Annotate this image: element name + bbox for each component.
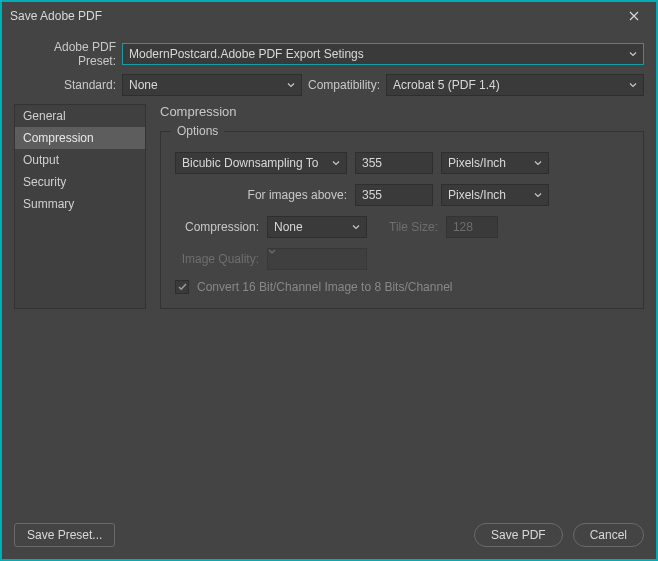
save-pdf-button[interactable]: Save PDF	[474, 523, 563, 547]
downsample-value: 355	[362, 156, 382, 170]
checkmark-icon	[178, 283, 187, 291]
convert-16bit-label: Convert 16 Bit/Channel Image to 8 Bits/C…	[197, 280, 452, 294]
chevron-down-icon	[352, 225, 360, 230]
preset-value: ModernPostcard.Adobe PDF Export Setings	[129, 47, 364, 61]
downsample-unit-value: Pixels/Inch	[448, 156, 506, 170]
above-value: 355	[362, 188, 382, 202]
options-legend: Options	[171, 124, 224, 138]
chevron-down-icon	[629, 52, 637, 57]
save-preset-button[interactable]: Save Preset...	[14, 523, 115, 547]
dialog-footer: Save Preset... Save PDF Cancel	[14, 523, 644, 547]
close-button[interactable]	[612, 2, 656, 30]
sidebar-item-label: Security	[23, 175, 66, 189]
sidebar: General Compression Output Security Summ…	[14, 104, 146, 309]
image-quality-select	[267, 248, 367, 270]
sidebar-item-label: Compression	[23, 131, 94, 145]
tile-size-value: 128	[453, 220, 473, 234]
save-pdf-label: Save PDF	[491, 528, 546, 542]
sidebar-item-label: General	[23, 109, 66, 123]
close-icon	[629, 11, 639, 21]
chevron-down-icon	[534, 161, 542, 166]
sidebar-item-compression[interactable]: Compression	[15, 127, 145, 149]
sidebar-item-label: Output	[23, 153, 59, 167]
compression-type-select[interactable]: None	[267, 216, 367, 238]
downsample-method-value: Bicubic Downsampling To	[182, 156, 319, 170]
dialog-window: Save Adobe PDF Adobe PDF Preset: ModernP…	[0, 0, 658, 561]
window-title: Save Adobe PDF	[2, 9, 612, 23]
content-panel: Compression Options Bicubic Downsampling…	[146, 104, 644, 309]
cancel-button[interactable]: Cancel	[573, 523, 644, 547]
save-preset-label: Save Preset...	[27, 528, 102, 542]
downsample-unit-select[interactable]: Pixels/Inch	[441, 152, 549, 174]
above-unit-value: Pixels/Inch	[448, 188, 506, 202]
downsample-method-select[interactable]: Bicubic Downsampling To	[175, 152, 347, 174]
standard-select[interactable]: None	[122, 74, 302, 96]
tile-size-label: Tile Size:	[375, 220, 438, 234]
compatibility-label: Compatibility:	[302, 78, 386, 92]
section-title: Compression	[160, 104, 644, 119]
tile-size-input: 128	[446, 216, 498, 238]
compatibility-select[interactable]: Acrobat 5 (PDF 1.4)	[386, 74, 644, 96]
sidebar-item-general[interactable]: General	[15, 105, 145, 127]
standard-value: None	[129, 78, 158, 92]
downsample-value-input[interactable]: 355	[355, 152, 433, 174]
preset-select[interactable]: ModernPostcard.Adobe PDF Export Setings	[122, 43, 644, 65]
image-quality-label: Image Quality:	[175, 252, 259, 266]
compatibility-value: Acrobat 5 (PDF 1.4)	[393, 78, 500, 92]
chevron-down-icon	[629, 83, 637, 88]
sidebar-item-summary[interactable]: Summary	[15, 193, 145, 215]
above-unit-select[interactable]: Pixels/Inch	[441, 184, 549, 206]
cancel-label: Cancel	[590, 528, 627, 542]
sidebar-item-output[interactable]: Output	[15, 149, 145, 171]
convert-16bit-checkbox[interactable]	[175, 280, 189, 294]
chevron-down-icon	[534, 193, 542, 198]
chevron-down-icon	[287, 83, 295, 88]
dialog-body: Adobe PDF Preset: ModernPostcard.Adobe P…	[2, 30, 656, 559]
preset-label: Adobe PDF Preset:	[14, 40, 122, 68]
for-images-above-input[interactable]: 355	[355, 184, 433, 206]
sidebar-item-label: Summary	[23, 197, 74, 211]
for-images-above-label: For images above:	[175, 188, 347, 202]
sidebar-item-security[interactable]: Security	[15, 171, 145, 193]
chevron-down-icon	[332, 161, 340, 166]
titlebar: Save Adobe PDF	[2, 2, 656, 30]
compression-type-value: None	[274, 220, 303, 234]
options-fieldset: Options Bicubic Downsampling To 355 Pixe…	[160, 131, 644, 309]
chevron-down-icon	[268, 249, 366, 254]
compression-label: Compression:	[175, 220, 259, 234]
standard-label: Standard:	[14, 78, 122, 92]
